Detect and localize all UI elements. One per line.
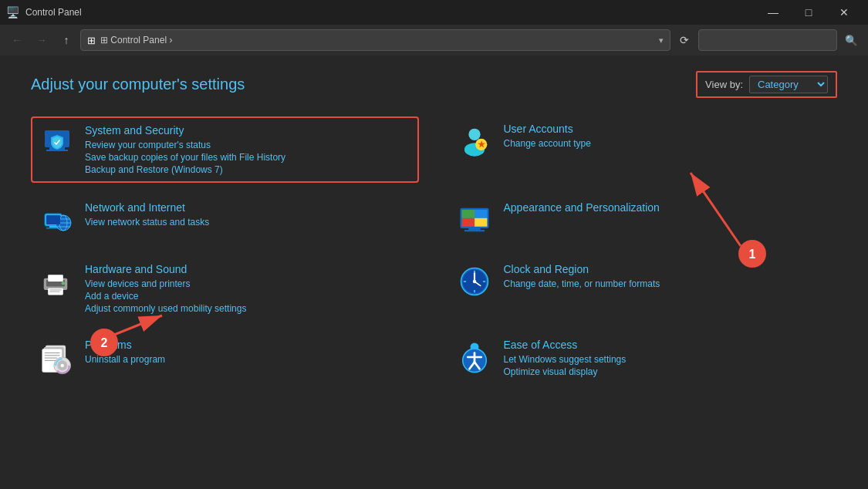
ease-access-info: Ease of Access Let Windows suggest setti… (504, 339, 832, 377)
network-internet-info: Network and Internet View network status… (85, 201, 413, 228)
minimize-button[interactable]: — (755, 0, 791, 25)
view-by-select[interactable]: Category Large icons Small icons (749, 76, 828, 93)
category-ease-access[interactable]: Ease of Access Let Windows suggest setti… (450, 332, 838, 383)
view-by-label: View by: (705, 79, 743, 90)
network-internet-title[interactable]: Network and Internet (85, 201, 413, 214)
address-icon: ⊞ (87, 35, 96, 46)
hardware-link-1[interactable]: View devices and printers (85, 278, 413, 289)
category-network-internet[interactable]: Network and Internet View network status… (31, 195, 419, 244)
system-security-link-3[interactable]: Backup and Restore (Windows 7) (85, 164, 410, 175)
category-user-accounts[interactable]: ★ User Accounts Change account type (450, 116, 838, 183)
hardware-link-3[interactable]: Adjust commonly used mobility settings (85, 303, 413, 314)
view-by-container: View by: Category Large icons Small icon… (696, 71, 837, 98)
system-security-info: System and Security Review your computer… (85, 124, 410, 175)
svg-rect-34 (464, 230, 484, 231)
system-security-link-1[interactable]: Review your computer's status (85, 140, 410, 150)
category-clock-region[interactable]: Clock and Region Change date, time, or n… (450, 257, 838, 320)
clock-region-info: Clock and Region Change date, time, or n… (504, 263, 832, 289)
hardware-link-2[interactable]: Add a device (85, 291, 413, 302)
address-path: ⊞ Control Panel › (100, 35, 172, 46)
appearance-title[interactable]: Appearance and Personalization (504, 201, 832, 214)
address-bar[interactable]: ⊞ ⊞ Control Panel › ▾ (80, 29, 670, 51)
appearance-icon (456, 201, 493, 238)
clock-link-1[interactable]: Change date, time, or number formats (504, 278, 832, 289)
programs-title[interactable]: Programs (85, 339, 413, 351)
svg-rect-29 (461, 210, 474, 218)
svg-point-41 (62, 282, 65, 285)
window-title: Control Panel (25, 7, 749, 18)
search-button[interactable]: 🔍 (840, 29, 862, 51)
app-icon: 🖥️ (6, 6, 19, 19)
title-bar: 🖥️ Control Panel — □ ✕ (0, 0, 868, 25)
category-hardware-sound[interactable]: Hardware and Sound View devices and prin… (31, 257, 419, 320)
address-text: ⊞ Control Panel › (100, 35, 654, 46)
svg-rect-30 (475, 210, 487, 218)
svg-rect-37 (48, 275, 63, 282)
back-button[interactable]: ← (6, 29, 28, 51)
ease-access-title[interactable]: Ease of Access (504, 339, 832, 351)
category-programs[interactable]: Programs Uninstall a program (31, 332, 419, 383)
svg-text:★: ★ (477, 140, 485, 149)
system-security-link-2[interactable]: Save backup copies of your files with Fi… (85, 152, 410, 163)
programs-link-1[interactable]: Uninstall a program (85, 354, 413, 365)
category-system-security[interactable]: System and Security Review your computer… (31, 116, 419, 183)
window-controls: — □ ✕ (755, 0, 862, 25)
ease-link-1[interactable]: Let Windows suggest settings (504, 354, 832, 365)
svg-rect-31 (461, 218, 474, 227)
hardware-icon (37, 263, 74, 300)
ease-link-2[interactable]: Optimize visual display (504, 366, 832, 377)
user-accounts-link-1[interactable]: Change account type (504, 138, 832, 149)
close-button[interactable]: ✕ (826, 0, 862, 25)
clock-icon (456, 263, 493, 300)
page-header: Adjust your computer's settings View by:… (31, 71, 837, 98)
page-title: Adjust your computer's settings (31, 76, 245, 93)
network-icon (37, 201, 74, 238)
user-accounts-icon: ★ (456, 123, 493, 160)
svg-point-46 (472, 280, 475, 283)
content-area: Adjust your computer's settings View by:… (0, 56, 868, 489)
programs-info: Programs Uninstall a program (85, 339, 413, 365)
forward-button[interactable]: → (31, 29, 52, 51)
categories-grid: System and Security Review your computer… (31, 116, 837, 383)
maximize-button[interactable]: □ (791, 0, 826, 25)
search-input[interactable] (698, 29, 837, 51)
refresh-button[interactable]: ⟳ (674, 29, 695, 51)
svg-rect-25 (46, 215, 60, 224)
hardware-sound-info: Hardware and Sound View devices and prin… (85, 263, 413, 314)
up-button[interactable]: ↑ (56, 29, 77, 51)
address-dropdown[interactable]: ▾ (659, 35, 664, 46)
navigation-bar: ← → ↑ ⊞ ⊞ Control Panel › ▾ ⟳ 🔍 (0, 25, 868, 56)
system-security-title[interactable]: System and Security (85, 124, 410, 137)
user-accounts-info: User Accounts Change account type (504, 123, 832, 149)
category-appearance[interactable]: Appearance and Personalization (450, 195, 838, 244)
shield-icon (40, 124, 74, 158)
programs-icon (37, 339, 74, 376)
svg-point-11 (468, 129, 480, 140)
svg-rect-32 (475, 218, 487, 227)
svg-point-60 (61, 364, 64, 367)
user-accounts-title[interactable]: User Accounts (504, 123, 832, 135)
network-internet-link-1[interactable]: View network status and tasks (85, 217, 413, 228)
ease-access-icon (456, 339, 493, 376)
clock-region-title[interactable]: Clock and Region (504, 263, 832, 275)
appearance-info: Appearance and Personalization (504, 201, 832, 217)
svg-rect-10 (46, 150, 68, 151)
hardware-sound-title[interactable]: Hardware and Sound (85, 263, 413, 275)
